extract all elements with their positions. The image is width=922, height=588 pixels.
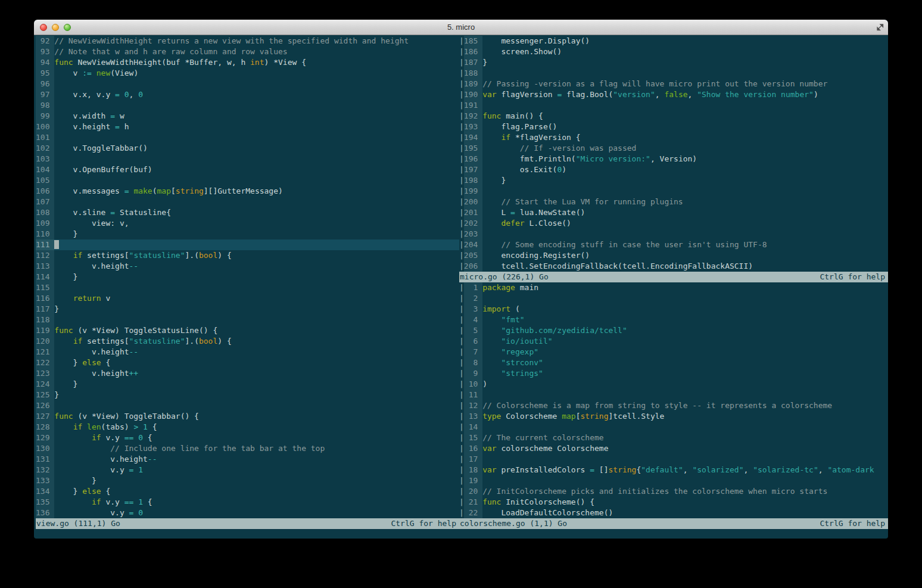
code-line: |190 var flagVersion = flag.Bool("versio… — [459, 89, 888, 100]
code-token: // NewViewWidthHeight returns a new view… — [54, 36, 409, 45]
code-text: var flagVersion = flag.Bool("version", f… — [482, 89, 888, 100]
code-line: 113 v.height-- — [36, 261, 459, 272]
vertical-split-divider-icon: | — [459, 197, 464, 207]
line-number: 194 — [464, 132, 482, 143]
editor-pane-colorscheme-go[interactable]: | 1 package main| 2 | 3 import (| 4 "fmt… — [459, 282, 888, 518]
code-token: os.Exit( — [482, 165, 557, 174]
code-text — [482, 422, 888, 433]
code-line: 100 v.height = h — [36, 122, 459, 132]
title-bar[interactable]: 5. micro — [34, 20, 888, 35]
code-token: NewViewWidthHeight(buf *Buffer, w, h — [73, 58, 250, 67]
line-number: 109 — [36, 218, 54, 229]
code-token: = — [115, 122, 120, 131]
line-number: 102 — [36, 143, 54, 154]
status-help-hint: CtrlG for help — [820, 518, 885, 529]
vertical-split-divider-icon: | — [459, 315, 464, 325]
code-token: , — [129, 90, 139, 99]
editor-pane-micro-go[interactable]: |185 messenger.Display()|186 screen.Show… — [459, 36, 888, 272]
diagonal-resize-icon[interactable] — [876, 23, 884, 31]
code-token: int — [250, 58, 264, 67]
code-text: // Some encoding stuff in case the user … — [482, 239, 888, 250]
code-text: os.Exit(0) — [482, 164, 888, 175]
code-line: 118 — [36, 315, 459, 325]
line-number: 196 — [464, 154, 482, 164]
code-token: Colorscheme — [501, 412, 562, 421]
code-text — [54, 100, 459, 111]
code-text: LoadDefaultColorscheme() — [482, 508, 888, 518]
line-number: 189 — [464, 79, 482, 89]
code-token: "strings" — [501, 369, 543, 378]
editor-pane-view-go[interactable]: 92 // NewViewWidthHeight returns a new v… — [36, 36, 459, 518]
code-line: 105 — [36, 175, 459, 186]
line-number: 14 — [464, 422, 482, 433]
code-token: tcell.SetEncodingFallback(tcell.Encoding… — [482, 262, 753, 270]
code-token: v.height — [54, 369, 129, 378]
code-token: == — [124, 497, 134, 506]
code-line: | 18 var preInstalledColors = []string{"… — [459, 465, 888, 475]
code-token: } — [54, 304, 59, 313]
status-help-hint: CtrlG for help — [820, 272, 885, 282]
line-number: 193 — [464, 122, 482, 132]
vertical-split-divider-icon: | — [459, 207, 464, 218]
code-token — [82, 422, 87, 431]
code-line: |200 // Start the Lua VM for running plu… — [459, 197, 888, 207]
code-token: } — [54, 229, 77, 238]
code-token — [54, 497, 92, 506]
code-token: func — [482, 111, 501, 120]
line-number: 121 — [36, 347, 54, 357]
code-line: |196 fmt.Println("Micro version:", Versi… — [459, 154, 888, 164]
minimize-button[interactable] — [52, 24, 59, 31]
code-token: if — [73, 337, 83, 346]
code-line: | 5 "github.com/zyedidia/tcell" — [459, 325, 888, 336]
code-token: "github.com/zyedidia/tcell" — [501, 326, 627, 335]
line-number: 126 — [36, 400, 54, 411]
vertical-split-divider-icon: | — [459, 325, 464, 336]
code-line: 101 — [36, 132, 459, 143]
vertical-split-divider-icon: | — [459, 261, 464, 272]
line-number: 198 — [464, 175, 482, 186]
status-filename-position: view.go (111,1) Go — [36, 518, 120, 529]
code-text: import ( — [482, 304, 888, 315]
editor-splits: 92 // NewViewWidthHeight returns a new v… — [34, 35, 888, 539]
code-line: | 10 ) — [459, 379, 888, 390]
code-line: 117 } — [36, 304, 459, 315]
code-token: // The current colorscheme — [482, 433, 604, 442]
code-token: encoding.Register() — [482, 251, 590, 260]
code-token: "io/ioutil" — [501, 337, 552, 346]
code-token: ) — [562, 165, 566, 174]
line-number: 118 — [36, 315, 54, 325]
line-number: 204 — [464, 239, 482, 250]
code-line: |194 if *flagVersion { — [459, 132, 888, 143]
code-line: | 13 type Colorscheme map[string]tcell.S… — [459, 411, 888, 422]
line-number: 2 — [464, 293, 482, 304]
code-token: v.ToggleTabbar() — [54, 144, 148, 153]
zoom-button[interactable] — [64, 24, 71, 31]
code-text: "strconv" — [482, 357, 888, 368]
vertical-split-divider-icon: | — [459, 154, 464, 164]
code-line: 116 return v — [36, 293, 459, 304]
code-line: | 17 — [459, 454, 888, 465]
code-token: // Include one line for the tab bar at t… — [54, 444, 325, 453]
line-number: 17 — [464, 454, 482, 465]
close-button[interactable] — [40, 24, 47, 31]
vertical-split-divider-icon: | — [459, 422, 464, 433]
code-token: // Passing -version as a flag will have … — [482, 79, 827, 88]
code-line: 110 } — [36, 229, 459, 239]
line-number: 187 — [464, 57, 482, 68]
code-text: func main() { — [482, 111, 888, 122]
code-text: // Colorscheme is a map from string to s… — [482, 400, 888, 411]
code-line: 135 if v.y == 1 { — [36, 497, 459, 508]
code-text: } — [482, 175, 888, 186]
line-number: 97 — [36, 89, 54, 100]
code-token: func — [54, 58, 73, 67]
code-line: |204 // Some encoding stuff in case the … — [459, 239, 888, 250]
code-text: if settings["statusline"].(bool) { — [54, 336, 459, 347]
code-token: false — [664, 90, 687, 99]
code-token: } — [54, 487, 82, 496]
code-line: |186 screen.Show() — [459, 46, 888, 57]
code-token: = — [124, 186, 129, 195]
line-number: 136 — [36, 508, 54, 518]
code-text: flag.Parse() — [482, 122, 888, 132]
code-line: 124 } — [36, 379, 459, 390]
code-line: | 15 // The current colorscheme — [459, 433, 888, 443]
